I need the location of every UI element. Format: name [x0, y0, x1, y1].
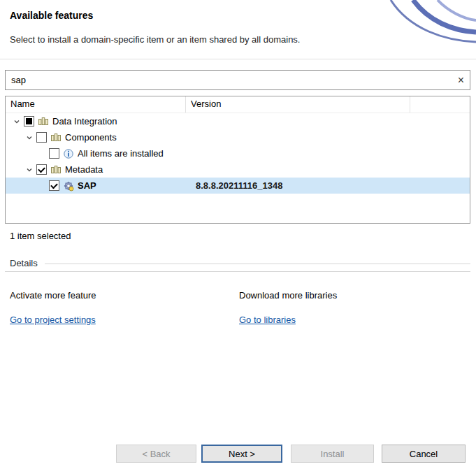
tree-row-components[interactable]: Components [6, 129, 470, 145]
search-input[interactable] [11, 75, 454, 85]
search-field[interactable]: × [5, 70, 470, 90]
tree-row-label: All items are installed [78, 148, 164, 159]
checkbox-sap[interactable] [49, 180, 59, 191]
libraries-link[interactable]: Go to libraries [239, 315, 296, 325]
column-header-version[interactable]: Version [186, 96, 410, 113]
category-grid-icon [38, 116, 49, 127]
checkbox-components[interactable] [36, 132, 47, 143]
tree-row-label: Data Integration [52, 116, 117, 127]
tree-indent-spacer [36, 148, 48, 159]
chevron-down-icon[interactable] [11, 116, 22, 127]
checkbox-data-integration[interactable] [24, 116, 34, 127]
tree-row-version: 8.8.8.20211116_1348 [191, 180, 282, 191]
download-libraries-heading: Download more libraries [239, 290, 337, 301]
features-tree-table: Name Version Data Integration Components… [5, 96, 470, 224]
details-group-label: Details [10, 258, 38, 268]
page-title: Available features [10, 10, 93, 21]
table-header: Name Version [6, 96, 470, 113]
info-icon [63, 148, 74, 159]
details-separator-line [45, 264, 470, 264]
tree-row-label: Components [65, 132, 117, 143]
tree-row-data-integration[interactable]: Data Integration [6, 113, 470, 129]
tree-row-all-items-installed[interactable]: All items are installed [6, 145, 470, 161]
checkbox-all-items[interactable] [49, 148, 59, 159]
back-button[interactable]: < Back [116, 445, 196, 463]
tree-row-label: SAP [78, 180, 96, 191]
clear-search-icon[interactable]: × [454, 75, 464, 86]
tree-row-label: Metadata [65, 164, 103, 175]
category-grid-icon [50, 164, 62, 175]
page-subtitle: Select to install a domain-specific item… [10, 34, 300, 45]
chevron-down-icon[interactable] [24, 132, 35, 143]
feature-gear-icon [63, 180, 74, 192]
tree-indent-spacer [36, 180, 48, 192]
next-button[interactable]: Next > [201, 445, 282, 463]
project-settings-link[interactable]: Go to project settings [10, 315, 96, 325]
column-header-name[interactable]: Name [6, 96, 186, 113]
details-separator-line [5, 271, 470, 272]
tree-row-sap[interactable]: SAP 8.8.8.20211116_1348 [6, 178, 470, 194]
banner-graphic [308, 0, 476, 50]
category-grid-icon [50, 132, 62, 143]
tree-row-metadata[interactable]: Metadata [6, 161, 470, 178]
cancel-button[interactable]: Cancel [382, 445, 466, 463]
activate-feature-heading: Activate more feature [10, 290, 96, 301]
selection-status-text: 1 item selected [10, 231, 71, 241]
header-divider [0, 59, 476, 59]
install-button[interactable]: Install [291, 445, 374, 463]
chevron-down-icon[interactable] [24, 164, 35, 175]
checkbox-metadata[interactable] [36, 164, 47, 175]
